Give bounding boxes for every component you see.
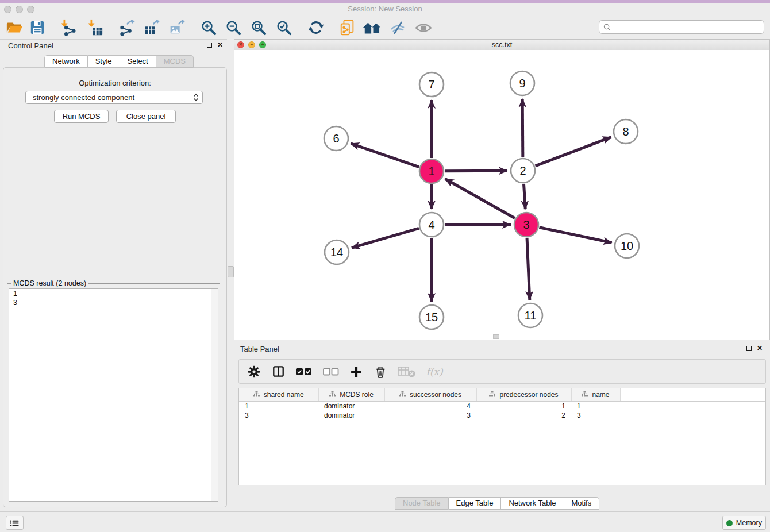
table-cell[interactable]: 3 <box>571 411 620 420</box>
tab-motifs[interactable]: Motifs <box>564 497 600 510</box>
tab-network-table[interactable]: Network Table <box>501 497 564 510</box>
graph-node-label-15: 15 <box>425 311 438 323</box>
splitter-grip[interactable] <box>228 266 234 277</box>
open-session-button[interactable] <box>5 18 24 37</box>
column-header-mcds-role[interactable]: MCDS role <box>318 388 384 402</box>
graph-node-label-9: 9 <box>519 77 525 90</box>
control-panel-title: Control Panel <box>8 41 53 50</box>
mcds-result-list[interactable]: 13 <box>9 288 218 502</box>
graph-node-label-7: 7 <box>428 78 434 91</box>
graph-edge-2-9[interactable] <box>522 99 523 157</box>
graph-node-label-2: 2 <box>519 164 526 177</box>
optimization-criterion-label: Optimization criterion: <box>0 79 230 87</box>
optimization-criterion-dropdown[interactable]: strongly connected component <box>25 91 203 104</box>
graph-edge-1-6[interactable] <box>351 144 419 167</box>
table-header-row: shared nameMCDS rolesuccessor nodesprede… <box>239 388 765 402</box>
close-panel-button[interactable]: Close panel <box>116 110 176 123</box>
search-input[interactable] <box>613 22 764 32</box>
tab-node-table[interactable]: Node Table <box>395 497 449 510</box>
column-header-shared-name[interactable]: shared name <box>239 388 318 402</box>
table-cell[interactable]: 3 <box>239 411 318 420</box>
hierarchy-icon <box>329 391 336 399</box>
table-cell[interactable]: 4 <box>384 402 476 411</box>
graph-edge-2-3[interactable] <box>523 184 525 209</box>
toolbar-separator <box>332 19 332 36</box>
panel-splitter[interactable] <box>227 39 234 507</box>
first-neighbors-button[interactable] <box>363 18 382 37</box>
tab-style[interactable]: Style <box>88 55 120 68</box>
mcds-result-line: 1 <box>9 289 218 298</box>
refresh-button[interactable] <box>306 18 326 37</box>
canvas-scroll-grip[interactable] <box>493 334 499 339</box>
select-all-columns-button[interactable] <box>294 363 314 380</box>
control-panel-tabs: NetworkStyleSelectMCDS <box>44 55 194 68</box>
graph-edge-2-8[interactable] <box>536 137 611 166</box>
table-cell[interactable]: 2 <box>476 411 571 420</box>
export-image-button[interactable] <box>167 18 186 37</box>
network-canvas[interactable]: 7968124314101511 <box>234 50 769 340</box>
table-cell-filler <box>620 411 765 420</box>
graph-edge-3-1[interactable] <box>445 179 515 218</box>
column-header-name[interactable]: name <box>571 388 620 402</box>
graph-edge-1-2[interactable] <box>445 171 507 171</box>
delete-column-button[interactable] <box>372 363 388 380</box>
graph-edge-4-14[interactable] <box>352 228 419 248</box>
graph-edge-3-10[interactable] <box>540 228 612 243</box>
save-session-button[interactable] <box>28 18 47 37</box>
show-graphics-details-button[interactable] <box>414 18 433 37</box>
column-header-predecessor-nodes[interactable]: predecessor nodes <box>476 388 571 402</box>
table-panel-close-button[interactable]: ✕ <box>757 345 763 352</box>
import-network-button[interactable] <box>58 18 78 37</box>
column-header-successor-nodes[interactable]: successor nodes <box>384 388 476 402</box>
graph-node-label-4: 4 <box>428 218 434 231</box>
float-window-icon <box>207 43 212 48</box>
table-cell[interactable]: 3 <box>384 411 476 420</box>
network-graph: 7968124314101511 <box>234 50 769 340</box>
fx-icon: f(x) <box>426 366 442 377</box>
import-table-button[interactable] <box>85 18 105 37</box>
export-table-button[interactable] <box>141 18 161 37</box>
zoom-fit-button[interactable] <box>249 18 268 37</box>
scrollbar[interactable] <box>211 289 218 501</box>
table-cell[interactable]: 1 <box>476 402 571 411</box>
hide-graphics-details-button[interactable] <box>388 18 407 37</box>
memory-button[interactable]: Memory <box>722 516 766 530</box>
run-mcds-button[interactable]: Run MCDS <box>54 110 109 123</box>
tab-select[interactable]: Select <box>120 55 156 68</box>
table-row[interactable]: 1dominator411 <box>239 402 765 411</box>
create-column-button[interactable] <box>348 363 364 380</box>
unselect-all-columns-button[interactable] <box>322 363 340 380</box>
task-history-button[interactable] <box>6 516 24 530</box>
table-cell[interactable]: dominator <box>318 411 384 420</box>
float-window-icon <box>746 346 752 351</box>
export-network-button[interactable] <box>117 18 136 37</box>
network-window-titlebar[interactable]: ✕ − + scc.txt <box>234 40 769 51</box>
tab-mcds[interactable]: MCDS <box>156 55 194 68</box>
zoom-out-button[interactable] <box>224 18 243 37</box>
table-panel-title: Table Panel <box>240 345 279 353</box>
list-icon <box>10 519 20 527</box>
zoom-selected-button[interactable] <box>274 18 294 37</box>
hierarchy-icon <box>582 391 588 399</box>
table-row[interactable]: 3dominator323 <box>239 411 765 420</box>
table-panel-float-button[interactable] <box>746 345 752 352</box>
zoom-in-button[interactable] <box>199 18 218 37</box>
mcds-result-title: MCDS result (2 nodes) <box>11 279 88 287</box>
table-settings-button[interactable] <box>246 363 262 380</box>
control-panel-close-button[interactable]: ✕ <box>217 41 223 48</box>
status-bar: Memory <box>0 511 770 532</box>
graph-edge-3-11[interactable] <box>527 238 530 300</box>
function-builder-button[interactable]: f(x) <box>424 363 445 380</box>
control-panel-float-button[interactable] <box>207 42 212 49</box>
tab-edge-table[interactable]: Edge Table <box>449 497 502 510</box>
delete-table-button[interactable] <box>396 363 416 380</box>
table-cell[interactable]: dominator <box>318 402 384 411</box>
show-columns-button[interactable] <box>270 363 286 380</box>
table-cell[interactable]: 1 <box>239 402 318 411</box>
tab-network[interactable]: Network <box>44 55 88 68</box>
node-table: shared nameMCDS rolesuccessor nodesprede… <box>238 388 766 485</box>
table-cell[interactable]: 1 <box>571 402 620 411</box>
mcds-result-box: MCDS result (2 nodes) 13 <box>7 283 220 503</box>
network-window-title: scc.txt <box>234 41 769 49</box>
clone-network-button[interactable] <box>338 18 357 37</box>
